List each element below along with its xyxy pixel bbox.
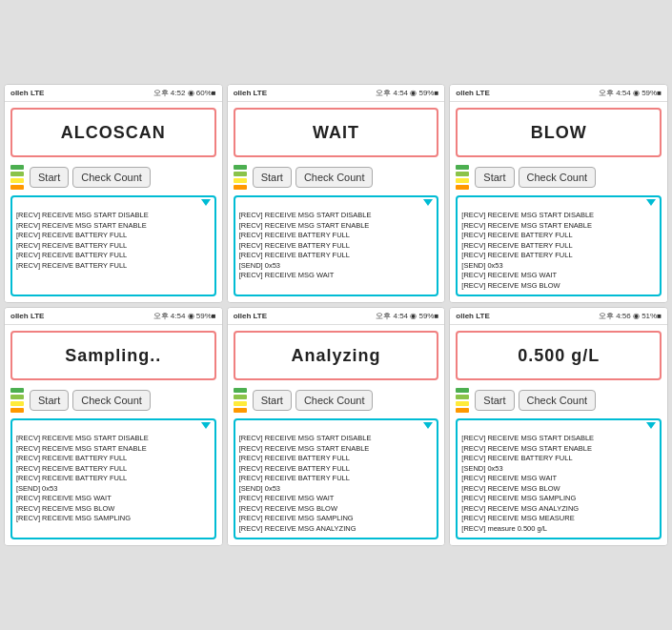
status-right: 오후 4:54 ◉ 59%■ (599, 88, 662, 98)
display-box: WAIT (234, 108, 439, 157)
display-box: Sampling.. (10, 331, 216, 380)
log-container: [RECV] RECEIVE MSG START DISABLE[RECV] R… (456, 418, 662, 539)
phone-blow: olleh LTE 오후 4:54 ◉ 59%■ BLOWStartCheck … (449, 84, 668, 303)
check-count-button[interactable]: Check Count (295, 167, 374, 188)
battery-bar (456, 408, 469, 413)
check-count-button[interactable]: Check Count (295, 390, 374, 411)
start-button[interactable]: Start (475, 167, 514, 188)
log-line: [RECV] RECEIVE BATTERY FULL (461, 454, 656, 464)
status-left: olleh LTE (234, 89, 267, 97)
phone-body: 0.500 g/LStartCheck Count[RECV] RECEIVE … (450, 325, 667, 545)
battery-indicator (234, 388, 249, 413)
log-line: [RECV] RECEIVE MSG SAMPLING (239, 514, 434, 524)
log-line: [RECV] RECEIVE BATTERY FULL (239, 454, 434, 464)
display-text: Analyzing (291, 346, 380, 366)
log-line: [RECV] RECEIVE BATTERY FULL (461, 231, 656, 241)
log-line: [SEND] 0x53 (461, 464, 656, 475)
log-line: [RECV] RECEIVE BATTERY FULL (16, 241, 211, 252)
phone-result: olleh LTE 오후 4:56 ◉ 51%■ 0.500 g/LStartC… (449, 307, 668, 546)
start-button[interactable]: Start (475, 390, 514, 411)
dropdown-arrow-icon[interactable] (646, 422, 656, 429)
phone-body: AnalyzingStartCheck Count[RECV] RECEIVE … (228, 325, 445, 545)
battery-bar (10, 178, 24, 183)
log-lines: [RECV] RECEIVE MSG START DISABLE[RECV] R… (461, 434, 656, 534)
battery-bar (10, 172, 24, 176)
log-line: [RECV] RECEIVE MSG WAIT (461, 271, 656, 281)
display-text: BLOW (531, 123, 587, 143)
status-right: 오후 4:56 ◉ 51%■ (599, 311, 662, 321)
check-count-button[interactable]: Check Count (519, 390, 597, 411)
status-bar: olleh LTE 오후 4:54 ◉ 59%■ (228, 308, 445, 325)
log-line: [RECV] RECEIVE BATTERY FULL (239, 241, 434, 252)
battery-indicator (456, 388, 471, 413)
log-line: [RECV] RECEIVE MSG START DISABLE (461, 211, 656, 221)
log-line: [RECV] measure 0.500 g/L (461, 524, 656, 535)
log-container: [RECV] RECEIVE MSG START DISABLE[RECV] R… (10, 195, 216, 296)
battery-bar (456, 395, 469, 399)
battery-bar (10, 395, 24, 399)
log-line: [RECV] RECEIVE MSG START DISABLE (16, 211, 211, 221)
start-button[interactable]: Start (30, 167, 69, 188)
status-bar: olleh LTE 오후 4:54 ◉ 59%■ (5, 308, 222, 325)
phone-wait: olleh LTE 오후 4:54 ◉ 59%■ WAITStartCheck … (227, 84, 446, 303)
check-count-button[interactable]: Check Count (72, 167, 151, 188)
controls-row: StartCheck Count (10, 388, 216, 413)
display-box: Analyzing (234, 331, 439, 380)
battery-bar (234, 165, 247, 170)
status-bar: olleh LTE 오후 4:56 ◉ 51%■ (450, 308, 667, 325)
log-line: [RECV] RECEIVE BATTERY FULL (16, 464, 211, 475)
battery-bar (10, 165, 24, 170)
log-line: [SEND] 0x53 (461, 261, 656, 272)
dropdown-arrow-icon[interactable] (646, 199, 656, 206)
status-left: olleh LTE (10, 89, 44, 97)
log-line: [RECV] RECEIVE BATTERY FULL (16, 474, 211, 484)
controls-row: StartCheck Count (234, 388, 439, 413)
log-container: [RECV] RECEIVE MSG START DISABLE[RECV] R… (10, 418, 216, 539)
log-line: [RECV] RECEIVE BATTERY FULL (16, 251, 211, 261)
phone-grid: olleh LTE 오후 4:52 ◉ 60%■ ALCOSCANStartCh… (0, 80, 672, 550)
display-text: WAIT (313, 123, 359, 143)
status-right: 오후 4:52 ◉ 60%■ (153, 88, 216, 98)
start-button[interactable]: Start (253, 390, 292, 411)
phone-body: ALCOSCANStartCheck Count[RECV] RECEIVE M… (5, 102, 222, 302)
display-text: ALCOSCAN (61, 123, 166, 143)
log-line: [RECV] RECEIVE MSG BLOW (16, 504, 211, 515)
status-right: 오후 4:54 ◉ 59%■ (376, 311, 438, 321)
display-box: ALCOSCAN (10, 108, 216, 157)
log-line: [RECV] RECEIVE MSG WAIT (16, 494, 211, 504)
start-button[interactable]: Start (253, 167, 292, 188)
phone-analyzing: olleh LTE 오후 4:54 ◉ 59%■ AnalyzingStartC… (227, 307, 446, 546)
dropdown-arrow-icon[interactable] (423, 422, 433, 429)
battery-bar (234, 395, 247, 399)
log-line: [RECV] RECEIVE BATTERY FULL (16, 454, 211, 464)
battery-bar (456, 172, 469, 176)
phone-body: WAITStartCheck Count[RECV] RECEIVE MSG S… (228, 102, 445, 302)
log-line: [RECV] RECEIVE BATTERY FULL (16, 261, 211, 272)
dropdown-arrow-icon[interactable] (201, 422, 211, 429)
check-count-button[interactable]: Check Count (519, 167, 597, 188)
log-line: [RECV] RECEIVE MSG START DISABLE (461, 434, 656, 444)
dropdown-arrow-icon[interactable] (423, 199, 433, 206)
controls-row: StartCheck Count (10, 165, 216, 190)
battery-bar (10, 388, 24, 393)
log-line: [RECV] RECEIVE BATTERY FULL (16, 231, 211, 241)
battery-indicator (10, 165, 26, 190)
log-line: [RECV] RECEIVE BATTERY FULL (461, 241, 656, 252)
log-line: [RECV] RECEIVE MSG START ENABLE (239, 221, 434, 232)
phone-body: Sampling..StartCheck Count[RECV] RECEIVE… (5, 325, 222, 545)
start-button[interactable]: Start (30, 390, 69, 411)
check-count-button[interactable]: Check Count (72, 390, 151, 411)
log-line: [RECV] RECEIVE BATTERY FULL (239, 474, 434, 484)
phone-body: BLOWStartCheck Count[RECV] RECEIVE MSG S… (450, 102, 667, 302)
controls-row: StartCheck Count (234, 165, 439, 190)
battery-indicator (234, 165, 249, 190)
display-text: Sampling.. (65, 346, 161, 366)
battery-bar (456, 388, 469, 393)
log-line: [RECV] RECEIVE MSG START ENABLE (461, 221, 656, 232)
dropdown-arrow-icon[interactable] (201, 199, 211, 206)
battery-bar (234, 185, 247, 190)
log-line: [RECV] RECEIVE BATTERY FULL (239, 464, 434, 475)
battery-indicator (456, 165, 471, 190)
battery-bar (234, 388, 247, 393)
log-line: [RECV] RECEIVE MSG START DISABLE (239, 434, 434, 444)
